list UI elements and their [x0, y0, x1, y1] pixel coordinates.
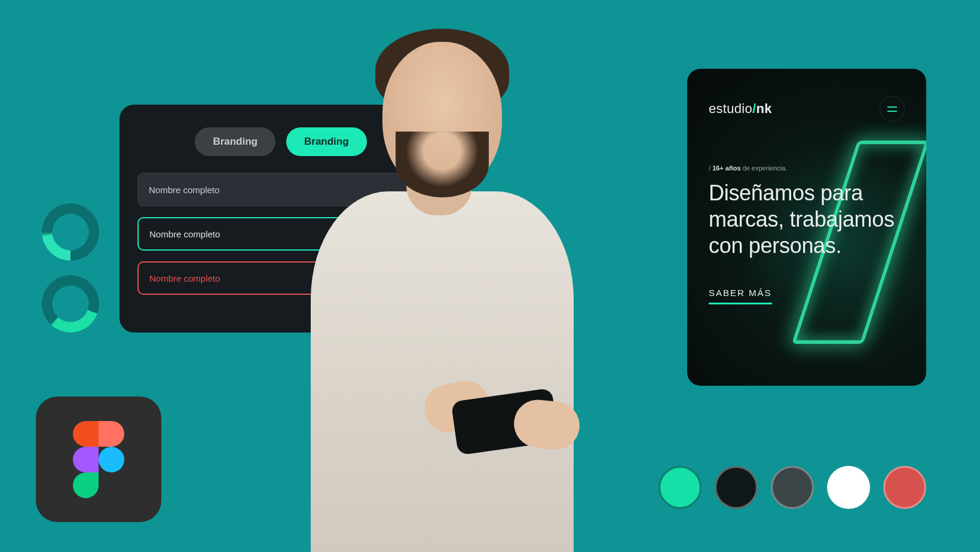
- swatch-teal: [659, 466, 702, 509]
- swatch-white: [827, 466, 870, 509]
- tagline-years: 16+ años: [712, 164, 740, 172]
- swatch-red: [883, 466, 926, 509]
- figma-app-tile: [36, 397, 161, 522]
- mobile-mockup: estudio/nk / 16+ años de experiencia. Di…: [687, 69, 926, 386]
- swatch-grey: [771, 466, 814, 509]
- chip-branding-active[interactable]: Branding: [286, 127, 367, 156]
- input-focused[interactable]: Nombre completo: [137, 217, 424, 251]
- phone-icon: [451, 388, 559, 456]
- tagline: / 16+ años de experiencia.: [709, 164, 905, 172]
- menu-button[interactable]: [880, 96, 905, 121]
- tagline-slash: /: [709, 164, 710, 172]
- progress-spinner-2: [42, 275, 99, 333]
- brand-prefix: estudio: [709, 101, 752, 116]
- chip-row: Branding Branding: [137, 127, 424, 156]
- components-card: Branding Branding Nombre completo Nombre…: [120, 105, 442, 333]
- input-error[interactable]: Nombre completo: [137, 261, 424, 295]
- mobile-header: estudio/nk: [709, 96, 905, 121]
- tagline-rest: de experiencia.: [741, 164, 788, 172]
- cta-saber-mas[interactable]: SABER MÁS: [709, 288, 772, 304]
- brand-logo: estudio/nk: [709, 101, 772, 117]
- progress-spinner-1: [42, 203, 99, 261]
- figma-logo-icon: [73, 421, 124, 498]
- menu-icon: [887, 106, 897, 108]
- headline: Diseñamos para marcas, trabajamos con pe…: [709, 180, 905, 259]
- brand-suffix: nk: [756, 101, 771, 116]
- chip-branding-inactive[interactable]: Branding: [195, 127, 275, 156]
- swatch-black: [715, 466, 758, 509]
- color-palette: [659, 466, 926, 509]
- input-default[interactable]: Nombre completo: [137, 173, 424, 206]
